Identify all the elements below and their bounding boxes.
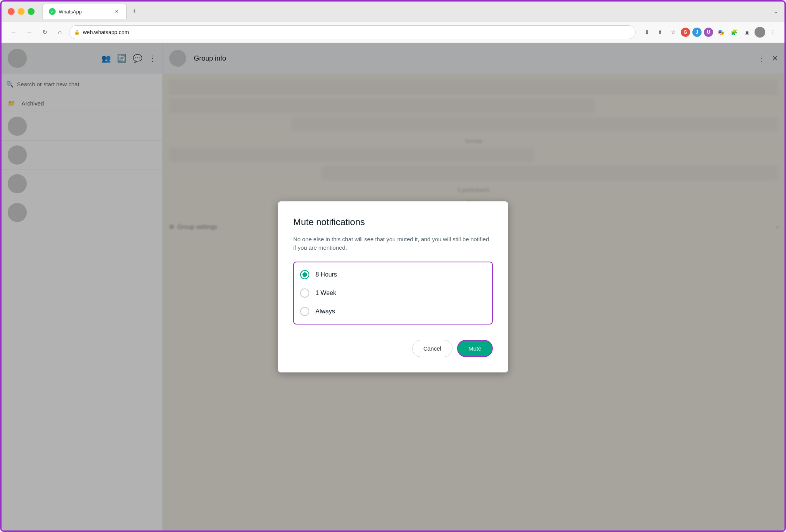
radio-1week-button[interactable] (300, 288, 309, 298)
address-bar[interactable]: 🔒 web.whatsapp.com (69, 25, 636, 39)
extension-1-icon[interactable]: G (681, 28, 690, 37)
tab-close-icon[interactable]: ✕ (113, 8, 120, 15)
active-tab[interactable]: ✓ WhatsApp ✕ (42, 4, 127, 19)
extension-4-icon[interactable]: 🎭 (715, 27, 726, 38)
radio-8hours-button[interactable] (300, 270, 309, 279)
profile-icon[interactable] (755, 27, 765, 38)
radio-8hours-label: 8 Hours (315, 271, 337, 278)
radio-8hours-inner (302, 272, 307, 277)
forward-button[interactable]: → (23, 26, 35, 38)
close-button[interactable] (8, 8, 15, 15)
window-controls (8, 8, 35, 15)
tab-overflow-icon[interactable]: ⌄ (773, 8, 778, 15)
minimize-button[interactable] (18, 8, 25, 15)
tab-bar: ✓ WhatsApp ✕ + ⌄ (42, 4, 778, 19)
app-area: 👥 🔄 💬 ⋮ 🔍 📁 Archived (2, 43, 784, 530)
mute-notifications-dialog: Mute notifications No one else in this c… (278, 201, 508, 372)
nav-bar: ← → ↻ ⌂ 🔒 web.whatsapp.com ⬇ ⬆ ☆ G J U 🎭… (2, 21, 784, 43)
back-button[interactable]: ← (8, 26, 20, 38)
home-button[interactable]: ⌂ (54, 26, 66, 38)
mute-button[interactable]: Mute (457, 340, 493, 357)
radio-option-always[interactable]: Always (300, 302, 486, 321)
dialog-title: Mute notifications (293, 217, 493, 227)
download-button[interactable]: ⬇ (642, 27, 652, 38)
dialog-description: No one else in this chat will see that y… (293, 235, 493, 252)
extensions-icon[interactable]: 🧩 (728, 27, 739, 38)
radio-option-1week[interactable]: 1 Week (300, 284, 486, 302)
bookmark-button[interactable]: ☆ (668, 27, 679, 38)
extension-2-icon[interactable]: J (692, 28, 702, 37)
tab-favicon-icon: ✓ (49, 8, 56, 15)
dialog-actions: Cancel Mute (293, 340, 493, 357)
cancel-button[interactable]: Cancel (412, 340, 452, 357)
share-button[interactable]: ⬆ (655, 27, 665, 38)
menu-icon[interactable]: ⋮ (768, 27, 778, 38)
title-bar: ✓ WhatsApp ✕ + ⌄ (2, 2, 784, 21)
radio-1week-label: 1 Week (315, 290, 336, 296)
browser-actions: ⬇ ⬆ ☆ G J U 🎭 🧩 ▣ ⋮ (642, 27, 778, 38)
overlay: Mute notifications No one else in this c… (2, 43, 784, 530)
new-tab-button[interactable]: + (128, 5, 140, 18)
mute-duration-radio-group: 8 Hours 1 Week Always (293, 262, 493, 324)
reload-button[interactable]: ↻ (38, 26, 51, 38)
radio-option-8hours[interactable]: 8 Hours (300, 265, 486, 284)
sidebar-toggle-icon[interactable]: ▣ (741, 27, 752, 38)
extension-3-icon[interactable]: U (704, 28, 713, 37)
lock-icon: 🔒 (74, 30, 80, 35)
tab-title: WhatsApp (59, 9, 110, 15)
maximize-button[interactable] (28, 8, 35, 15)
url-text: web.whatsapp.com (83, 29, 631, 35)
radio-always-label: Always (315, 308, 335, 315)
radio-always-button[interactable] (300, 307, 309, 316)
